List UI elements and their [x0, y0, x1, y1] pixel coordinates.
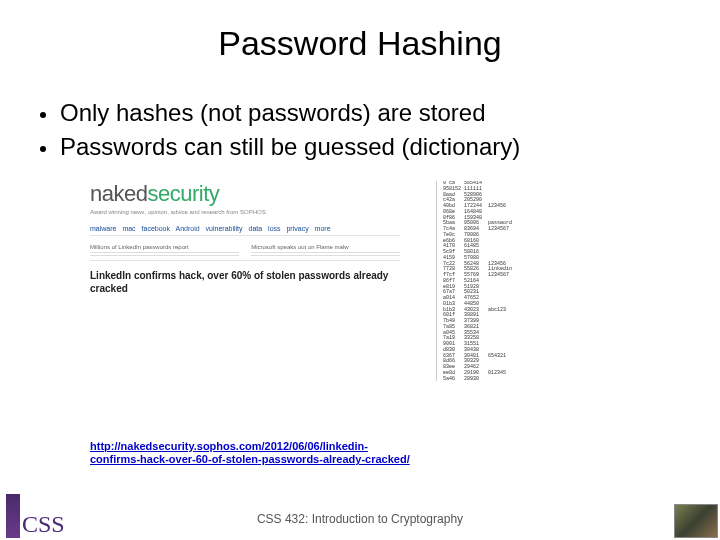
css-logo: CSS — [6, 494, 65, 538]
bullet-dot-icon — [40, 146, 46, 152]
divider-line — [251, 255, 400, 256]
logo-part-2: security — [147, 181, 219, 206]
bullet-item: Only hashes (not passwords) are stored — [40, 99, 690, 127]
site-tagline: Award winning news, opinion, advice and … — [90, 209, 400, 215]
corner-decoration-icon — [674, 504, 718, 538]
site-nav: malware mac facebook Android vulnerabili… — [90, 225, 400, 236]
article-headline: LinkedIn confirms hack, over 60% of stol… — [90, 269, 400, 295]
bullet-dot-icon — [40, 112, 46, 118]
divider-line — [90, 252, 239, 253]
sub-col-title: Microsoft speaks out on Flame malw — [251, 244, 400, 250]
slide-footer: CSS 432: Introduction to Cryptography — [0, 512, 720, 526]
bullet-text: Only hashes (not passwords) are stored — [60, 99, 486, 127]
bullet-text: Passwords can still be guessed (dictiona… — [60, 133, 520, 161]
site-logo: nakedsecurity — [90, 181, 400, 207]
divider-line — [90, 255, 239, 256]
bullet-list: Only hashes (not passwords) are stored P… — [40, 99, 690, 161]
password-hash-table: 9 ca 565414 958152 111111 8aad 528906 c4… — [436, 181, 626, 381]
bullet-item: Passwords can still be guessed (dictiona… — [40, 133, 690, 161]
sub-columns: Millions of LinkedIn passwords report Mi… — [90, 244, 400, 261]
css-logo-text: CSS — [22, 511, 65, 538]
sub-col-title: Millions of LinkedIn passwords report — [90, 244, 239, 250]
sub-col-right: Microsoft speaks out on Flame malw — [251, 244, 400, 256]
content-row: nakedsecurity Award winning news, opinio… — [0, 181, 720, 381]
citation-link[interactable]: http://nakedsecurity.sophos.com/2012/06/… — [90, 440, 410, 466]
logo-part-1: naked — [90, 181, 147, 206]
slide-title: Password Hashing — [0, 24, 720, 63]
divider-line — [251, 252, 400, 253]
sub-col-left: Millions of LinkedIn passwords report — [90, 244, 239, 256]
article-screenshot: nakedsecurity Award winning news, opinio… — [90, 181, 400, 381]
uwb-bar-icon — [6, 494, 20, 538]
